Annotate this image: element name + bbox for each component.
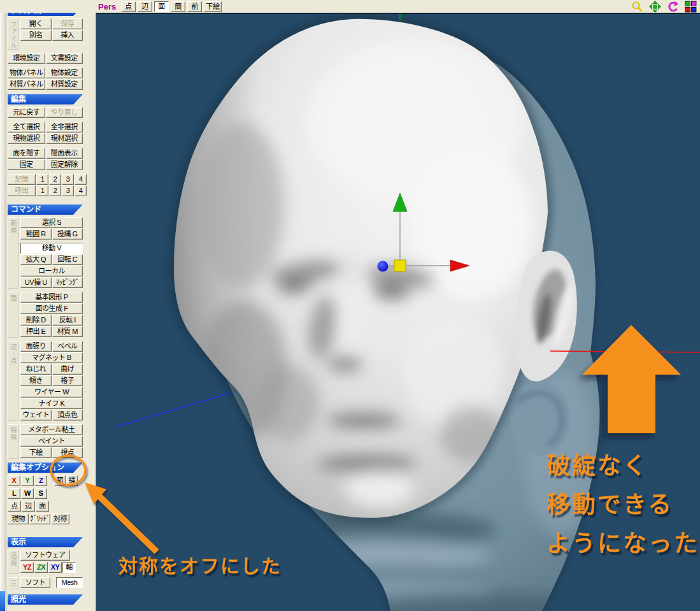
- sidebar-button[interactable]: 全て選択: [8, 122, 45, 133]
- group-tab: ファイル: [8, 18, 18, 50]
- sidebar-button[interactable]: 曲げ: [52, 364, 83, 375]
- zoom-icon[interactable]: [631, 1, 643, 13]
- sidebar-button[interactable]: 移動 V: [20, 243, 83, 254]
- sidebar-button[interactable]: ペイント: [20, 436, 83, 447]
- sidebar-button[interactable]: 格子: [52, 375, 83, 386]
- sidebar-button[interactable]: 4: [75, 185, 87, 196]
- view-toggle-button[interactable]: 簡: [171, 1, 185, 12]
- sidebar-button[interactable]: 範囲 R: [20, 229, 52, 240]
- button-row: 現物選択現材選択: [8, 133, 83, 144]
- sidebar-button[interactable]: 開く: [20, 18, 52, 29]
- sidebar-button[interactable]: 投縄 G: [52, 229, 83, 240]
- gizmo-z-handle[interactable]: [378, 261, 389, 272]
- section-header-display[interactable]: 表示: [8, 537, 83, 547]
- sidebar-button[interactable]: 1: [36, 174, 48, 185]
- sidebar-button[interactable]: 視点: [52, 447, 83, 458]
- section-header-command[interactable]: コマンド: [8, 205, 83, 215]
- sidebar-button[interactable]: 選択 S: [20, 217, 83, 228]
- view-mode-label[interactable]: Pers: [98, 2, 116, 11]
- sidebar-button[interactable]: W: [21, 488, 34, 499]
- sidebar-button[interactable]: Y: [21, 475, 34, 486]
- sidebar-button[interactable]: ベベル: [52, 341, 83, 352]
- button-row: 面を隠す隠面表示: [8, 148, 83, 159]
- sidebar-button[interactable]: 頂点色: [52, 410, 83, 421]
- sidebar-button[interactable]: ウェイト: [20, 410, 52, 421]
- sidebar-button[interactable]: 隠面表示: [46, 148, 83, 159]
- sidebar-button[interactable]: 対称: [51, 514, 69, 524]
- sidebar-button[interactable]: メタボール粘土: [20, 424, 83, 435]
- section-header-lighting[interactable]: 照光: [8, 594, 83, 605]
- sidebar-button[interactable]: 3: [62, 174, 74, 185]
- sidebar-button[interactable]: 範: [54, 475, 66, 486]
- sidebar-button[interactable]: 現材選択: [46, 133, 83, 144]
- sidebar-button[interactable]: UV操 U: [20, 277, 52, 288]
- sidebar-button[interactable]: 全非選択: [46, 122, 83, 133]
- sidebar-button[interactable]: S: [34, 488, 47, 499]
- sidebar-button[interactable]: 物体パネル: [8, 68, 45, 78]
- sidebar-button[interactable]: 環境設定: [8, 53, 45, 64]
- view-toggle-button[interactable]: 面: [154, 1, 169, 12]
- sidebar-button[interactable]: 固定解除: [46, 159, 83, 170]
- sidebar-button[interactable]: 削除 D: [20, 315, 52, 326]
- view-toggle-button[interactable]: 下絵: [204, 1, 222, 12]
- sidebar-button[interactable]: 点: [8, 501, 21, 512]
- sidebar-button[interactable]: ソフト: [20, 577, 50, 588]
- sidebar-button[interactable]: 傾き: [20, 375, 52, 386]
- sidebar-button[interactable]: 縄: [66, 475, 78, 486]
- sidebar-button[interactable]: 現物: [8, 514, 29, 524]
- sidebar-button[interactable]: 別名: [20, 30, 52, 41]
- sidebar-button[interactable]: 面を隠す: [8, 148, 45, 159]
- pan-icon[interactable]: [649, 1, 661, 13]
- panel-rail[interactable]: [0, 0, 6, 611]
- sidebar-button[interactable]: 拡大 Q: [20, 254, 52, 265]
- sidebar-button[interactable]: X: [8, 475, 20, 486]
- sidebar-button[interactable]: 挿入: [52, 30, 83, 41]
- sidebar-button[interactable]: ｸﾞﾘｯﾄﾞ: [29, 514, 50, 524]
- sidebar-button[interactable]: 2: [49, 185, 61, 196]
- sidebar-button[interactable]: ソフトウェア: [20, 550, 70, 561]
- sidebar-button[interactable]: 辺: [22, 501, 35, 512]
- sidebar-button[interactable]: XY: [48, 562, 62, 573]
- sidebar-button[interactable]: 面: [36, 501, 49, 512]
- sidebar-button[interactable]: ねじれ: [20, 364, 52, 375]
- sidebar-button[interactable]: 1: [36, 185, 48, 196]
- sidebar-button[interactable]: Mesh: [56, 577, 83, 588]
- sidebar-button[interactable]: 基本図形 P: [20, 292, 83, 303]
- sidebar-button[interactable]: 面の生成 F: [20, 303, 83, 314]
- sidebar-button[interactable]: 下絵: [20, 447, 52, 458]
- sidebar-button[interactable]: 面張り: [20, 341, 52, 352]
- sidebar-button[interactable]: YZ: [20, 562, 34, 573]
- sidebar-button[interactable]: 3: [62, 185, 74, 196]
- sidebar-button[interactable]: Z: [34, 475, 47, 486]
- sidebar-button[interactable]: 反転 I: [52, 315, 83, 326]
- section-header-edit[interactable]: 編集: [8, 94, 83, 104]
- sidebar-button[interactable]: 4: [75, 174, 87, 185]
- sidebar-button[interactable]: マグネット B: [20, 352, 83, 363]
- sidebar-button[interactable]: 物体設定: [46, 68, 83, 78]
- sidebar-button[interactable]: 文書設定: [46, 53, 83, 64]
- sidebar-button[interactable]: 軸: [62, 562, 76, 573]
- section-header-edit-options[interactable]: 編集オプション: [8, 463, 83, 473]
- sidebar-button[interactable]: ワイヤー W: [20, 387, 83, 398]
- sidebar-button[interactable]: 押出 E: [20, 326, 52, 337]
- sidebar-button[interactable]: L: [8, 488, 20, 499]
- view-layout-icon[interactable]: [685, 1, 697, 13]
- sidebar-button[interactable]: ﾏｯﾋﾟﾝｸﾞ: [52, 277, 83, 288]
- view-toggle-button[interactable]: 前: [187, 1, 202, 12]
- sidebar-button[interactable]: 材質パネル: [8, 79, 45, 90]
- sidebar-button[interactable]: ローカル: [20, 266, 83, 277]
- sidebar-button[interactable]: ZX: [34, 562, 48, 573]
- sidebar-button[interactable]: 材質 M: [52, 326, 83, 337]
- gizmo-center-handle[interactable]: [394, 260, 406, 271]
- view-toggle-button[interactable]: 辺: [138, 1, 152, 12]
- sidebar-button[interactable]: ナイフ K: [20, 398, 83, 409]
- sidebar-button[interactable]: 2: [49, 174, 61, 185]
- sidebar-button[interactable]: 固定: [8, 159, 45, 170]
- sidebar-button[interactable]: 材質設定: [46, 79, 83, 90]
- view-toggle-button[interactable]: 点: [121, 1, 136, 12]
- sidebar-button[interactable]: 元に戻す: [8, 107, 45, 118]
- sidebar-button[interactable]: 回転 C: [52, 254, 83, 265]
- sidebar-button[interactable]: 現物選択: [8, 133, 45, 144]
- button-row: 点辺面: [8, 501, 83, 512]
- rotate-icon[interactable]: [667, 1, 679, 13]
